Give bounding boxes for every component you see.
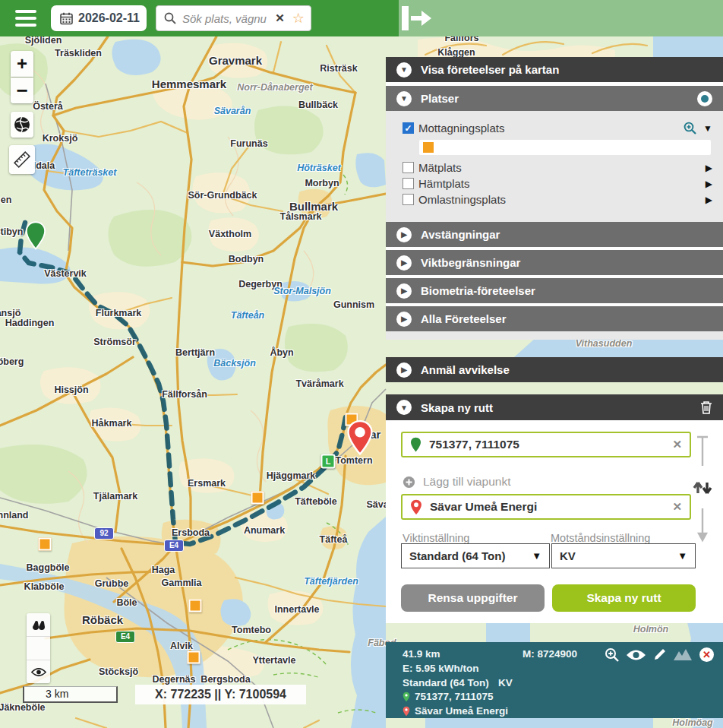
section-visa-foreteelser[interactable]: ▼ Visa företeelser på kartan	[386, 57, 723, 82]
receiving-place-marker[interactable]	[189, 600, 202, 612]
skapa-rutt-header: ▼ Skapa ny rutt	[386, 394, 723, 420]
layer-row-omlastningsplats[interactable]: Omlastningsplats ▶	[403, 191, 717, 207]
start-pin-icon	[403, 692, 410, 702]
zoom-to-layer-icon[interactable]	[684, 122, 696, 135]
edit-route-icon[interactable]	[653, 648, 666, 661]
clear-fields-button[interactable]: Rensa uppgifter	[401, 584, 545, 612]
section-label: Biometria-företeelser	[421, 284, 535, 297]
expand-sublayer-icon[interactable]: ▶	[706, 163, 712, 173]
menu-button[interactable]	[15, 10, 36, 27]
mottagningsplats-swatch	[423, 142, 434, 153]
l-marker[interactable]: L	[321, 454, 336, 469]
chevron-down-icon: ▼	[396, 91, 412, 106]
layer-label: Mätplats	[418, 161, 462, 174]
date-picker[interactable]: 2026-02-11	[51, 5, 147, 31]
platser-content: ✓ Mottagningsplats ▼ Mätplats ▶ Hämtplat…	[386, 111, 723, 222]
weight-value: Standard (64 Ton)	[409, 549, 532, 562]
expand-sublayer-icon[interactable]: ▶	[706, 179, 712, 189]
chevron-down-icon: ▼	[677, 550, 687, 562]
show-route-icon[interactable]	[626, 649, 646, 661]
checkbox-unchecked[interactable]	[403, 162, 414, 173]
end-value: Sävar Umeå Energi	[430, 500, 665, 514]
create-route-button[interactable]: Skapa ny rutt	[552, 584, 696, 612]
binoculars-button[interactable]	[27, 613, 50, 637]
globe-icon	[13, 116, 31, 134]
search-box[interactable]: Sök plats, vägnu ✕ ☆	[156, 5, 311, 31]
zoom-in-button[interactable]: +	[11, 51, 33, 77]
section-label: Anmäl avvikelse	[421, 363, 510, 376]
section-skapa-ny-rutt[interactable]: ▼ Skapa ny rutt	[386, 394, 723, 420]
route-weight-setting: Standard (64 Ton)	[403, 676, 498, 691]
checkbox-unchecked[interactable]	[403, 178, 414, 189]
summary-start: 751377, 7111075	[415, 690, 494, 704]
end-pin-icon	[403, 706, 410, 717]
coordinate-readout: X: 772235 || Y: 7100594	[135, 685, 306, 704]
section-label: Visa företeelser på kartan	[421, 63, 559, 76]
remove-route-icon[interactable]: ✕	[699, 647, 714, 662]
collapse-panel-button[interactable]	[400, 5, 434, 35]
route-energy: E: 5.95 kWh/ton	[403, 662, 479, 676]
end-arrow-line	[699, 508, 706, 540]
swap-route-icon	[694, 483, 711, 493]
checkbox-unchecked[interactable]	[403, 194, 414, 205]
summary-end: Sävar Umeå Energi	[415, 704, 508, 719]
receiving-place-marker[interactable]	[39, 538, 52, 551]
expand-sublayer-icon[interactable]: ▶	[706, 195, 712, 205]
chevron-down-icon: ▼	[532, 550, 541, 562]
measure-button[interactable]	[9, 145, 35, 174]
route-end-input[interactable]: Sävar Umeå Energi ✕	[401, 494, 691, 520]
start-value: 751377, 7111075	[429, 438, 665, 451]
road-number-shield: E4	[164, 540, 184, 552]
blank-tool-button[interactable]	[27, 637, 50, 660]
collapse-sublayer-icon[interactable]: ▼	[703, 123, 712, 134]
layer-row-matplats[interactable]: Mätplats ▶	[403, 160, 717, 176]
weight-setting-select[interactable]: Standard (64 Ton) ▼	[401, 543, 550, 568]
layer-row-mottagningsplats[interactable]: ✓ Mottagningsplats ▼	[403, 120, 717, 136]
ruler-icon	[12, 150, 32, 169]
chevron-down-icon: ▼	[396, 62, 412, 78]
legend-row	[419, 140, 711, 155]
clear-search-icon[interactable]: ✕	[275, 11, 285, 25]
weight-setting-label: Viktinställning	[403, 532, 469, 544]
checkbox-checked[interactable]: ✓	[403, 122, 414, 134]
route-m-number: M: 8724900	[523, 647, 577, 662]
binoculars-icon	[31, 619, 46, 630]
search-placeholder: Sök plats, vägnu	[182, 12, 275, 25]
elevation-profile-icon[interactable]	[673, 648, 693, 661]
section-label: Platser	[421, 92, 459, 105]
section-platser[interactable]: ▼ Platser	[386, 86, 723, 111]
add-viapoint-button[interactable]: Lägg till viapunkt	[403, 475, 510, 489]
start-pin-icon	[410, 437, 421, 452]
clear-start-icon[interactable]: ✕	[672, 438, 682, 451]
section-label: Avstängningar	[421, 228, 500, 241]
resistance-setting-select[interactable]: KV ▼	[551, 543, 696, 568]
section-viktbegransningar[interactable]: ▶ Viktbegränsningar	[386, 250, 723, 275]
visibility-button[interactable]	[27, 660, 50, 683]
section-avstangningar[interactable]: ▶ Avstängningar	[386, 222, 723, 247]
end-pin-icon	[410, 499, 422, 515]
receiving-place-marker[interactable]	[188, 651, 200, 664]
layer-row-hamtplats[interactable]: Hämtplats ▶	[403, 176, 717, 191]
receiving-place-marker[interactable]	[251, 492, 264, 505]
zoom-to-route-icon[interactable]	[605, 647, 619, 662]
platser-status-icon	[697, 91, 712, 106]
route-summary-panel: 41.9 km M: 8724900 ✕ E: 5.95 kWh/ton Sta…	[386, 642, 723, 718]
section-anmal-avvikelse[interactable]: ▶ Anmäl avvikelse	[386, 357, 723, 382]
zoom-out-button[interactable]: −	[11, 78, 33, 103]
chevron-right-icon: ▶	[396, 362, 412, 378]
top-bar-right	[399, 0, 723, 36]
clear-end-icon[interactable]: ✕	[672, 500, 682, 514]
section-label: Skapa ny rutt	[421, 401, 493, 414]
map-tool-stack	[27, 613, 50, 683]
add-viapoint-label: Lägg till viapunkt	[423, 475, 510, 489]
route-start-input[interactable]: 751377, 7111075 ✕	[401, 432, 691, 457]
plus-circle-icon	[403, 476, 415, 489]
section-label: Alla Företeelser	[421, 312, 507, 325]
resistance-setting-label: Motståndsinställning	[551, 532, 650, 544]
start-terminus-line	[697, 437, 708, 466]
delete-route-icon[interactable]	[700, 400, 712, 414]
favorite-star-icon[interactable]: ☆	[292, 10, 305, 27]
section-biometria[interactable]: ▶ Biometria-företeelser	[386, 278, 723, 303]
globe-button[interactable]	[11, 112, 33, 138]
section-alla-foreteelser[interactable]: ▶ Alla Företeelser	[386, 306, 723, 331]
